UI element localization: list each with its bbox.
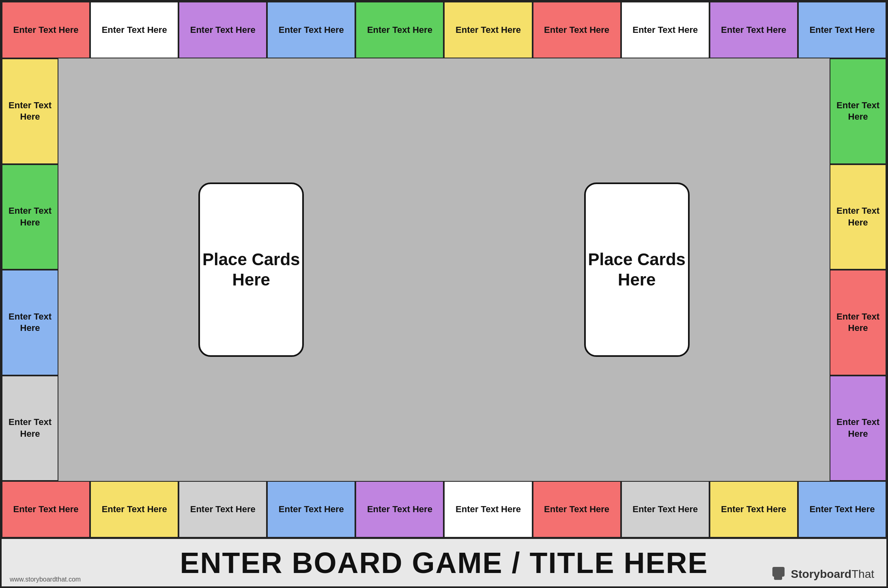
bottom-cell-10[interactable]: Enter Text Here (798, 481, 886, 538)
left-cell-2[interactable]: Enter Text Here (2, 164, 58, 270)
logo-text-that: That (851, 568, 874, 580)
board-title[interactable]: ENTER BOARD GAME / TITLE HERE (180, 546, 708, 579)
svg-rect-1 (774, 574, 782, 580)
left-cell-4[interactable]: Enter Text Here (2, 376, 58, 481)
bottom-cell-5[interactable]: Enter Text Here (355, 481, 444, 538)
bottom-cell-3[interactable]: Enter Text Here (178, 481, 267, 538)
top-cell-2[interactable]: Enter Text Here (90, 2, 178, 58)
right-column: Enter Text Here Enter Text Here Enter Te… (830, 58, 886, 481)
bottom-cell-7[interactable]: Enter Text Here (533, 481, 621, 538)
top-cell-3[interactable]: Enter Text Here (178, 2, 267, 58)
bottom-row: Enter Text Here Enter Text Here Enter Te… (2, 481, 886, 538)
card-placeholder-2[interactable]: Place Cards Here (584, 182, 690, 357)
middle-section: Enter Text Here Enter Text Here Enter Te… (2, 58, 886, 481)
bottom-cell-9[interactable]: Enter Text Here (710, 481, 798, 538)
left-cell-3[interactable]: Enter Text Here (2, 270, 58, 376)
left-cell-1[interactable]: Enter Text Here (2, 58, 58, 164)
watermark: www.storyboardthat.com (10, 576, 81, 583)
top-cell-9[interactable]: Enter Text Here (710, 2, 798, 58)
top-cell-5[interactable]: Enter Text Here (355, 2, 444, 58)
logo-text-storyboard: Storyboard (791, 568, 851, 580)
right-cell-4[interactable]: Enter Text Here (830, 376, 886, 481)
top-cell-1[interactable]: Enter Text Here (2, 2, 90, 58)
top-cell-8[interactable]: Enter Text Here (621, 2, 710, 58)
board-game: Enter Text Here Enter Text Here Enter Te… (0, 0, 888, 588)
storyboard-logo: StoryboardThat (772, 566, 874, 582)
top-cell-10[interactable]: Enter Text Here (798, 2, 886, 58)
right-cell-2[interactable]: Enter Text Here (830, 164, 886, 270)
bottom-cell-8[interactable]: Enter Text Here (621, 481, 710, 538)
left-column: Enter Text Here Enter Text Here Enter Te… (2, 58, 58, 481)
card-placeholder-1[interactable]: Place Cards Here (198, 182, 304, 357)
right-cell-1[interactable]: Enter Text Here (830, 58, 886, 164)
top-cell-4[interactable]: Enter Text Here (267, 2, 355, 58)
right-cell-3[interactable]: Enter Text Here (830, 270, 886, 376)
top-cell-7[interactable]: Enter Text Here (533, 2, 621, 58)
center-area: Place Cards Here Place Cards Here (58, 58, 830, 481)
bottom-cell-1[interactable]: Enter Text Here (2, 481, 90, 538)
top-cell-6[interactable]: Enter Text Here (444, 2, 532, 58)
top-row: Enter Text Here Enter Text Here Enter Te… (2, 2, 886, 58)
bottom-cell-4[interactable]: Enter Text Here (267, 481, 355, 538)
title-bar: ENTER BOARD GAME / TITLE HERE www.storyb… (2, 538, 886, 586)
storyboard-logo-icon (772, 566, 788, 582)
bottom-cell-6[interactable]: Enter Text Here (444, 481, 532, 538)
bottom-cell-2[interactable]: Enter Text Here (90, 481, 178, 538)
